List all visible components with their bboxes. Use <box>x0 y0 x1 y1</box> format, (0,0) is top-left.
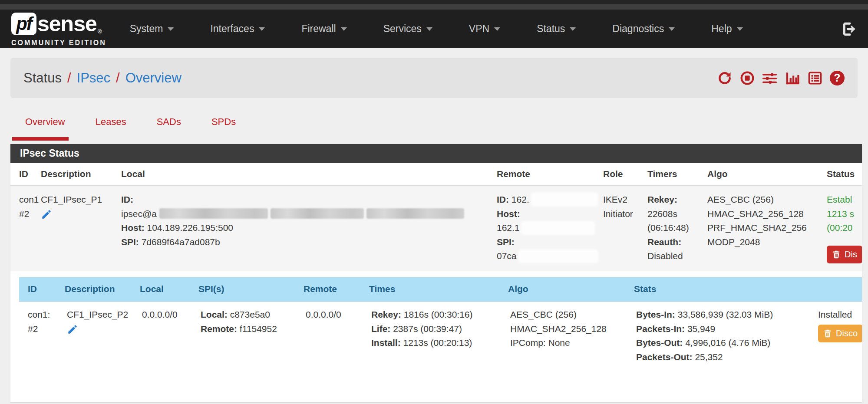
disconnect-p1-button[interactable]: Dis <box>827 246 862 263</box>
ipsec-status-panel: IPsec Status ID Description Local Remote… <box>10 144 862 402</box>
col-description: Description <box>41 163 121 186</box>
chevron-down-icon <box>341 27 347 31</box>
status-tabs: Overview Leases SADs SPDs <box>10 116 858 141</box>
breadcrumb-link-overview[interactable]: Overview <box>125 70 182 86</box>
cell-local: 0.0.0.0/0 <box>133 302 192 384</box>
pf-logo-box: pf <box>11 13 36 35</box>
col-remote: Remote <box>497 163 603 186</box>
cell-role: IKEv2 Initiator <box>603 186 647 271</box>
nav-item-services[interactable]: Services <box>383 23 432 35</box>
sense-logo-text: sense <box>37 11 97 36</box>
edit-pencil-icon[interactable] <box>67 324 78 335</box>
nav-item-status[interactable]: Status <box>537 23 576 35</box>
tab-leases[interactable]: Leases <box>96 116 126 141</box>
nav-item-help[interactable]: Help <box>711 23 743 35</box>
nav-item-system[interactable]: System <box>130 23 174 35</box>
chevron-down-icon <box>168 27 174 31</box>
col-timers: Timers <box>647 163 707 186</box>
nav-item-interfaces[interactable]: Interfaces <box>210 23 265 35</box>
bar-chart-icon[interactable] <box>785 70 800 85</box>
community-edition-label: COMMUNITY EDITION <box>11 39 106 47</box>
sign-out-icon[interactable] <box>841 22 857 36</box>
child-table-header-row: ID Description Local SPI(s) Remote Times… <box>19 277 862 302</box>
table-row: con1: #2 CF1_IPsec_P2 0.0.0.0/0 <box>19 302 862 384</box>
chevron-down-icon <box>494 27 500 31</box>
cell-algo: AES_CBC (256) HMAC_SHA2_256_128 IPComp: … <box>502 302 627 384</box>
col-status: Status <box>827 163 862 186</box>
tab-sads[interactable]: SADs <box>157 116 181 141</box>
redacted-blur <box>522 222 594 234</box>
col-algo: Algo <box>707 163 827 186</box>
cell-status: Installed Disco <box>809 302 862 384</box>
tab-overview[interactable]: Overview <box>25 116 65 141</box>
cell-remote: ID: 162. Host: 162.1 SPI: 07ca <box>497 186 603 271</box>
chevron-down-icon <box>737 27 743 31</box>
table-row: con1 #2 CF1_IPsec_P1 ID: ipsec@a Host: 1… <box>10 186 862 271</box>
edit-pencil-icon[interactable] <box>41 209 52 220</box>
child-table-wrapper-row: ID Description Local SPI(s) Remote Times… <box>10 271 862 403</box>
navbar: pf sense ® COMMUNITY EDITION System Inte… <box>0 10 868 48</box>
breadcrumb-bar: Status / IPsec / Overview <box>10 58 858 98</box>
refresh-icon[interactable] <box>717 70 732 85</box>
breadcrumb-section: Status <box>23 70 62 86</box>
ipsec-child-table: ID Description Local SPI(s) Remote Times… <box>19 277 862 384</box>
cell-algo: AES_CBC (256) HMAC_SHA2_256_128 PRF_HMAC… <box>707 186 827 271</box>
ipsec-parent-table: ID Description Local Remote Role Timers … <box>10 163 862 402</box>
top-strip <box>0 0 868 4</box>
col-remote: Remote <box>297 277 363 302</box>
help-icon[interactable]: ? <box>830 71 845 85</box>
top-strip-light <box>0 4 868 10</box>
col-local: Local <box>133 277 192 302</box>
status-text: Establ 1213 s (00:20 <box>827 193 862 235</box>
nav-item-vpn[interactable]: VPN <box>469 23 500 35</box>
tab-spds[interactable]: SPDs <box>211 116 236 141</box>
pf-logo-text: pf <box>16 13 32 34</box>
cell-times: Rekey: 1816s (00:30:16) Life: 2387s (00:… <box>363 302 502 384</box>
col-role: Role <box>603 163 647 186</box>
col-local: Local <box>121 163 497 186</box>
disconnect-p2-button[interactable]: Disco <box>818 325 862 342</box>
redacted-blur <box>532 194 597 205</box>
log-list-icon[interactable] <box>807 70 822 85</box>
cell-timers: Rekey: 22608s (06:16:48) Reauth: Disable… <box>647 186 707 271</box>
parent-table-header-row: ID Description Local Remote Role Timers … <box>10 163 862 186</box>
chevron-down-icon <box>669 27 675 31</box>
page-action-icons: ? <box>717 70 845 85</box>
col-id: ID <box>19 277 58 302</box>
cell-id: con1 #2 <box>10 186 41 271</box>
breadcrumb-separator: / <box>116 70 120 86</box>
col-blank <box>809 277 862 302</box>
breadcrumb-separator: / <box>67 70 71 86</box>
status-text: Installed <box>818 308 862 322</box>
nav-item-firewall[interactable]: Firewall <box>301 23 347 35</box>
cell-local: ID: ipsec@a Host: 104.189.226.195:500 SP… <box>121 186 497 271</box>
col-spis: SPI(s) <box>192 277 297 302</box>
local-id-line: ipsec@a <box>121 207 492 221</box>
nav-item-diagnostics[interactable]: Diagnostics <box>612 23 675 35</box>
pfsense-logo[interactable]: pf sense ® COMMUNITY EDITION <box>11 11 106 47</box>
cell-remote: 0.0.0.0/0 <box>297 302 363 384</box>
cell-status: Establ 1213 s (00:20 Dis <box>827 186 862 271</box>
col-id: ID <box>10 163 41 186</box>
cell-id: con1: #2 <box>19 302 58 384</box>
col-algo: Algo <box>502 277 627 302</box>
nav-menu: System Interfaces Firewall Services VPN … <box>130 23 743 35</box>
cell-spis: Local: c873e5a0 Remote: f1154952 <box>192 302 297 384</box>
redacted-blur <box>519 250 597 262</box>
panel-title: IPsec Status <box>10 144 862 163</box>
chevron-down-icon <box>259 27 265 31</box>
breadcrumb-link-ipsec[interactable]: IPsec <box>77 70 111 86</box>
col-stats: Stats <box>627 277 809 302</box>
registered-mark: ® <box>98 28 102 35</box>
sliders-icon[interactable] <box>762 70 777 85</box>
chevron-down-icon <box>570 27 576 31</box>
stop-icon[interactable] <box>739 70 755 85</box>
redacted-blur <box>271 208 364 219</box>
cell-stats: Bytes-In: 33,586,939 (32.03 MiB) Packets… <box>627 302 809 384</box>
redacted-blur <box>159 208 268 219</box>
col-times: Times <box>363 277 502 302</box>
cell-description: CF1_IPsec_P1 <box>41 186 121 271</box>
col-description: Description <box>58 277 133 302</box>
cell-description: CF1_IPsec_P2 <box>58 302 133 384</box>
chevron-down-icon <box>426 27 432 31</box>
